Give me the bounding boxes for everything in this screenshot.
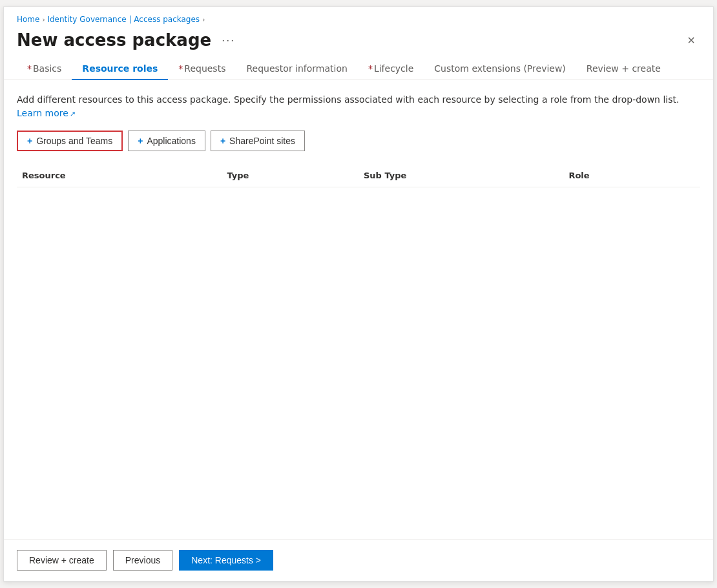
tab-resource-roles[interactable]: Resource roles <box>72 58 168 80</box>
lifecycle-required-star: * <box>368 63 373 74</box>
close-button[interactable]: × <box>682 31 700 49</box>
footer: Review + create Previous Next: Requests … <box>4 539 713 581</box>
requests-required-star: * <box>178 63 183 74</box>
breadcrumb-sep-2: › <box>202 16 205 23</box>
header-left: New access package ··· <box>17 30 239 50</box>
tab-basics[interactable]: *Basics <box>17 58 72 80</box>
table-body <box>17 187 700 446</box>
ellipsis-button[interactable]: ··· <box>218 32 239 48</box>
column-type: Type <box>222 168 358 183</box>
sharepoint-sites-button[interactable]: + SharePoint sites <box>211 131 305 151</box>
tab-custom-extensions[interactable]: Custom extensions (Preview) <box>424 58 576 80</box>
tab-review-create[interactable]: Review + create <box>576 58 671 80</box>
content-area: Add different resources to this access p… <box>4 80 713 539</box>
breadcrumb-home[interactable]: Home <box>17 15 39 24</box>
column-resource: Resource <box>17 168 222 183</box>
column-role: Role <box>563 168 700 183</box>
basics-required-star: * <box>27 63 32 74</box>
external-link-icon: ↗ <box>70 110 76 118</box>
previous-button[interactable]: Previous <box>113 550 172 571</box>
page-title: New access package <box>17 30 211 50</box>
breadcrumb: Home › Identity Governance | Access pack… <box>4 7 713 28</box>
tab-requests[interactable]: *Requests <box>168 58 236 80</box>
column-sub-type: Sub Type <box>358 168 563 183</box>
breadcrumb-sep-1: › <box>42 16 45 23</box>
next-requests-button[interactable]: Next: Requests > <box>179 550 273 571</box>
header-row: New access package ··· × <box>4 28 713 58</box>
tab-requestor-information[interactable]: Requestor information <box>236 58 357 80</box>
plus-icon-sharepoint: + <box>220 136 225 146</box>
groups-and-teams-button[interactable]: + Groups and Teams <box>17 131 123 151</box>
tab-lifecycle[interactable]: *Lifecycle <box>358 58 424 80</box>
tabs-row: *Basics Resource roles *Requests Request… <box>4 58 713 80</box>
breadcrumb-identity-governance[interactable]: Identity Governance | Access packages <box>47 15 200 24</box>
plus-icon-applications: + <box>138 136 143 146</box>
main-panel: Home › Identity Governance | Access pack… <box>3 6 714 582</box>
plus-icon-groups: + <box>27 136 32 146</box>
table-header: Resource Type Sub Type Role <box>17 164 700 187</box>
review-create-button[interactable]: Review + create <box>17 550 107 571</box>
description-text: Add different resources to this access p… <box>17 93 700 120</box>
resource-buttons-group: + Groups and Teams + Applications + Shar… <box>17 131 700 151</box>
learn-more-link[interactable]: Learn more↗ <box>17 108 76 118</box>
applications-button[interactable]: + Applications <box>128 131 205 151</box>
